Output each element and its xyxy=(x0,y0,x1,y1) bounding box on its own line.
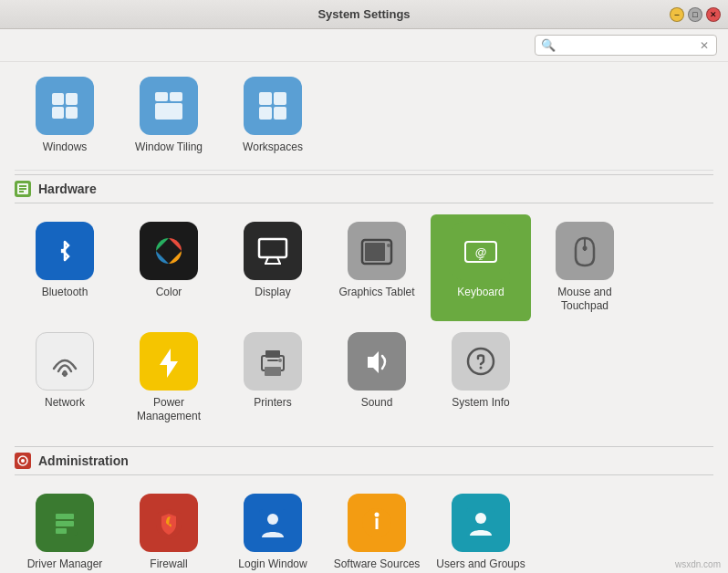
administration-section: Administration Driver Manager xyxy=(15,446,713,573)
top-row: Windows Window Tiling xyxy=(15,69,713,171)
item-mouse[interactable]: Mouse and Touchpad xyxy=(535,214,635,321)
svg-point-30 xyxy=(63,373,67,377)
icon-login xyxy=(244,494,302,552)
svg-rect-0 xyxy=(52,93,64,105)
system-settings-window: System Settings – □ ✕ 🔍 ✕ xyxy=(0,0,728,573)
item-network[interactable]: Network xyxy=(15,325,115,432)
svg-rect-2 xyxy=(52,107,64,119)
icon-mouse xyxy=(556,222,614,280)
maximize-button[interactable]: □ xyxy=(688,7,702,22)
titlebar: System Settings – □ ✕ xyxy=(0,0,728,29)
svg-rect-12 xyxy=(19,185,26,187)
svg-rect-8 xyxy=(274,92,286,105)
svg-rect-5 xyxy=(170,92,182,101)
svg-rect-4 xyxy=(155,92,168,101)
hardware-grid: Bluetooth Color xyxy=(15,214,713,432)
svg-rect-33 xyxy=(265,350,280,358)
svg-point-46 xyxy=(267,514,278,525)
label-sound: Sound xyxy=(361,396,393,411)
label-software: Software Sources xyxy=(334,557,421,572)
icon-network xyxy=(36,332,94,391)
item-window-tiling[interactable]: Window Tiling xyxy=(119,69,219,162)
item-keyboard[interactable]: @ 2 Keyboard xyxy=(431,214,531,321)
search-bar: 🔍 ✕ xyxy=(0,29,728,62)
label-users: Users and Groups xyxy=(436,557,525,572)
label-bluetooth: Bluetooth xyxy=(42,286,88,300)
item-users[interactable]: Users and Groups xyxy=(431,486,531,573)
item-driver[interactable]: Driver Manager xyxy=(15,486,115,573)
icon-users xyxy=(452,494,510,552)
item-display[interactable]: Display xyxy=(223,214,323,321)
icon-windows xyxy=(36,77,94,135)
item-workspaces[interactable]: Workspaces xyxy=(223,69,323,162)
minimize-button[interactable]: – xyxy=(670,7,684,22)
label-firewall: Firewall xyxy=(150,557,187,572)
svg-point-51 xyxy=(475,513,486,524)
icon-color xyxy=(140,222,198,280)
item-bluetooth[interactable]: Bluetooth xyxy=(15,214,115,321)
item-sysinfo[interactable]: System Info xyxy=(431,325,531,432)
hardware-section-title: Hardware xyxy=(38,182,97,196)
svg-rect-9 xyxy=(259,107,272,120)
icon-sysinfo xyxy=(452,332,510,391)
svg-point-40 xyxy=(21,459,25,463)
icon-graphics-tablet xyxy=(348,222,406,280)
label-window-tiling: Window Tiling xyxy=(135,141,203,155)
window-title: System Settings xyxy=(317,7,410,21)
item-firewall[interactable]: Firewall xyxy=(119,486,219,573)
hardware-section-header: Hardware xyxy=(15,174,713,203)
search-box[interactable]: 🔍 ✕ xyxy=(535,35,717,56)
item-graphics-tablet[interactable]: Graphics Tablet xyxy=(327,214,427,321)
label-display: Display xyxy=(255,286,290,300)
label-color: Color xyxy=(156,286,182,300)
svg-text:2: 2 xyxy=(479,254,484,262)
icon-keyboard: @ 2 xyxy=(452,222,510,280)
item-software[interactable]: i Software Sources xyxy=(327,486,427,573)
search-clear-icon[interactable]: ✕ xyxy=(700,39,709,52)
svg-point-36 xyxy=(278,359,282,362)
icon-sound xyxy=(348,332,406,391)
item-power[interactable]: Power Management xyxy=(119,325,219,432)
svg-marker-31 xyxy=(160,349,178,378)
svg-rect-1 xyxy=(66,93,78,105)
svg-point-37 xyxy=(468,349,494,374)
search-input[interactable] xyxy=(559,38,696,52)
label-network: Network xyxy=(45,396,85,411)
item-login[interactable]: Login Window xyxy=(223,486,323,573)
icon-window-tiling xyxy=(140,77,198,135)
label-graphics-tablet: Graphics Tablet xyxy=(338,286,414,300)
administration-section-icon xyxy=(15,453,31,469)
svg-rect-43 xyxy=(56,521,74,526)
svg-rect-7 xyxy=(259,92,272,105)
close-button[interactable]: ✕ xyxy=(706,7,721,22)
svg-rect-13 xyxy=(19,188,26,190)
label-keyboard: Keyboard xyxy=(457,286,504,300)
label-workspaces: Workspaces xyxy=(243,141,303,155)
label-mouse: Mouse and Touchpad xyxy=(538,286,631,314)
hardware-section: Hardware Bluetooth xyxy=(15,174,713,432)
window-controls: – □ ✕ xyxy=(670,7,721,22)
label-sysinfo: System Info xyxy=(452,396,509,411)
svg-rect-6 xyxy=(155,103,182,120)
svg-rect-34 xyxy=(265,367,281,376)
label-printers: Printers xyxy=(254,396,291,411)
icon-firewall xyxy=(140,494,198,552)
svg-rect-44 xyxy=(56,528,67,534)
svg-point-17 xyxy=(164,246,173,255)
svg-rect-23 xyxy=(365,243,385,261)
item-printers[interactable]: Printers xyxy=(223,325,323,432)
administration-grid: Driver Manager Firewall xyxy=(15,486,713,573)
item-sound[interactable]: Sound xyxy=(327,325,427,432)
icon-software: i xyxy=(348,494,406,552)
item-windows[interactable]: Windows xyxy=(15,69,115,162)
icon-display xyxy=(244,222,302,280)
svg-rect-10 xyxy=(274,107,286,120)
svg-rect-35 xyxy=(267,359,278,361)
label-windows: Windows xyxy=(43,141,88,155)
item-color[interactable]: Color xyxy=(119,214,219,321)
svg-rect-42 xyxy=(56,514,74,519)
icon-printers xyxy=(244,332,302,391)
administration-section-header: Administration xyxy=(15,446,713,475)
svg-point-29 xyxy=(583,245,588,250)
svg-rect-14 xyxy=(19,191,24,193)
